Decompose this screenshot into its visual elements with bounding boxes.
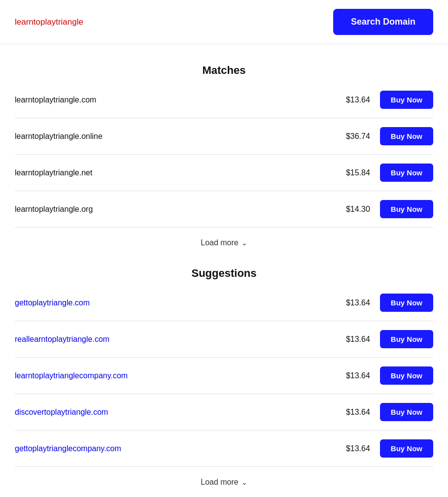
header: Search Domain [0,0,448,44]
domain-right: $15.84 Buy Now [343,164,433,182]
domain-name: gettoplaytriangle.com [15,298,90,307]
domain-right: $36.74 Buy Now [343,127,433,145]
table-row: discovertoplaytriangle.com $13.64 Buy No… [15,394,433,431]
buy-now-button[interactable]: Buy Now [380,200,433,218]
domain-name: learntoplaytrianglecompany.com [15,371,128,380]
domain-right: $14.30 Buy Now [343,200,433,218]
domain-name: learntoplaytriangle.org [15,205,93,214]
table-row: learntoplaytriangle.online $36.74 Buy No… [15,118,433,155]
table-row: learntoplaytriangle.net $15.84 Buy Now [15,155,433,191]
domain-name: learntoplaytriangle.com [15,96,96,104]
buy-now-button[interactable]: Buy Now [380,91,433,109]
buy-now-button[interactable]: Buy Now [380,127,433,145]
buy-now-button[interactable]: Buy Now [380,164,433,182]
buy-now-button[interactable]: Buy Now [380,439,433,458]
domain-right: $13.64 Buy Now [343,330,433,348]
chevron-down-icon: ⌄ [241,239,247,247]
domain-right: $13.64 Buy Now [343,91,433,109]
domain-name: gettoplaytrianglecompany.com [15,444,121,453]
suggestions-title: Suggestions [15,267,433,280]
matches-title: Matches [15,64,433,77]
table-row: gettoplaytrianglecompany.com $13.64 Buy … [15,431,433,467]
table-row: learntoplaytriangle.org $14.30 Buy Now [15,191,433,228]
buy-now-button[interactable]: Buy Now [380,330,433,348]
domain-price: $13.64 [343,335,370,344]
domain-price: $13.64 [343,408,370,417]
domain-name: learntoplaytriangle.online [15,132,103,141]
suggestions-load-more-button[interactable]: Load more ⌄ [201,478,247,487]
matches-load-more-container: Load more ⌄ [15,228,433,252]
domain-price: $13.64 [343,371,370,380]
buy-now-button[interactable]: Buy Now [380,403,433,421]
suggestions-section: Suggestions gettoplaytriangle.com $13.64… [15,267,433,492]
domain-price: $14.30 [343,205,370,214]
table-row: learntoplaytriangle.com $13.64 Buy Now [15,82,433,118]
main-content: Matches learntoplaytriangle.com $13.64 B… [0,44,448,497]
domain-right: $13.64 Buy Now [343,439,433,458]
domain-right: $13.64 Buy Now [343,366,433,385]
domain-name: discovertoplaytriangle.com [15,408,108,417]
buy-now-button[interactable]: Buy Now [380,366,433,385]
suggestions-load-more-container: Load more ⌄ [15,467,433,492]
search-domain-button[interactable]: Search Domain [333,9,433,35]
matches-section: Matches learntoplaytriangle.com $13.64 B… [15,64,433,252]
matches-list: learntoplaytriangle.com $13.64 Buy Now l… [15,82,433,228]
suggestions-list: gettoplaytriangle.com $13.64 Buy Now rea… [15,285,433,467]
suggestions-load-more-label: Load more [201,478,239,487]
search-input[interactable] [15,17,212,27]
domain-name: learntoplaytriangle.net [15,168,92,177]
domain-price: $15.84 [343,168,370,177]
domain-right: $13.64 Buy Now [343,294,433,312]
domain-price: $13.64 [343,96,370,104]
buy-now-button[interactable]: Buy Now [380,294,433,312]
domain-price: $13.64 [343,298,370,307]
table-row: reallearntoplaytriangle.com $13.64 Buy N… [15,321,433,358]
domain-name: reallearntoplaytriangle.com [15,335,109,344]
table-row: learntoplaytrianglecompany.com $13.64 Bu… [15,358,433,394]
domain-price: $36.74 [343,132,370,141]
matches-load-more-button[interactable]: Load more ⌄ [201,238,247,247]
domain-right: $13.64 Buy Now [343,403,433,421]
table-row: gettoplaytriangle.com $13.64 Buy Now [15,285,433,321]
domain-price: $13.64 [343,444,370,453]
matches-load-more-label: Load more [201,238,239,247]
chevron-down-icon-2: ⌄ [241,478,247,486]
